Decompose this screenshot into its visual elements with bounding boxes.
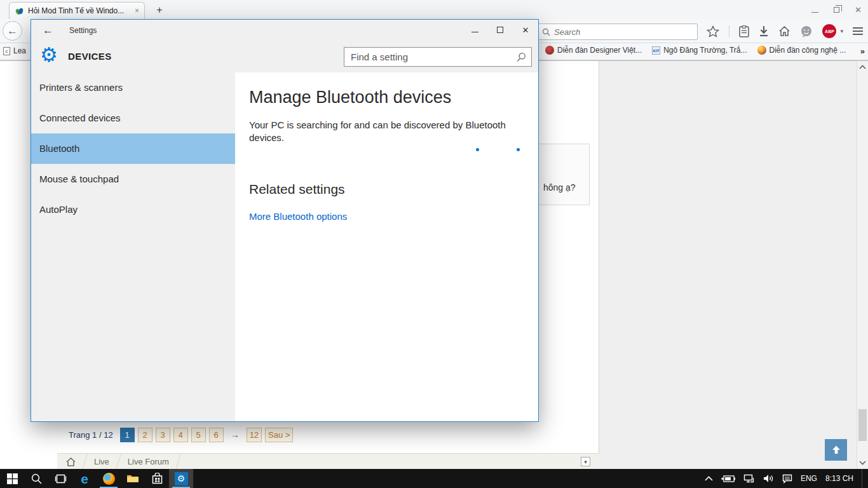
- sidebar-item-printers-scanners[interactable]: Printers & scanners: [31, 72, 235, 103]
- windows-store-icon: [152, 473, 163, 484]
- scroll-up-icon[interactable]: [859, 65, 866, 69]
- settings-titlebar[interactable]: ← Settings ✕: [31, 20, 538, 43]
- sidebar-item-mouse-touchpad[interactable]: Mouse & touchpad: [31, 164, 235, 194]
- browser-minimize-button[interactable]: [811, 12, 818, 13]
- back-button[interactable]: ←: [3, 21, 22, 41]
- pagination-label: Trang 1 / 12: [69, 430, 113, 440]
- home-icon[interactable]: [778, 25, 790, 37]
- page-button-last[interactable]: 12: [247, 428, 262, 442]
- scroll-down-icon[interactable]: [859, 461, 866, 465]
- language-indicator[interactable]: ENG: [801, 474, 817, 483]
- pagination-gap-arrow[interactable]: →: [231, 430, 240, 440]
- settings-window: ← Settings ✕ ⚙ DEVICES Printers & scanne…: [31, 19, 539, 422]
- search-input[interactable]: [554, 25, 694, 39]
- taskbar: e ⚙: [0, 469, 868, 488]
- downloads-icon[interactable]: [759, 25, 769, 37]
- abp-dropdown-caret[interactable]: ▾: [840, 28, 843, 34]
- settings-window-title: Settings: [69, 26, 97, 35]
- page-button[interactable]: 5: [191, 428, 206, 442]
- scroll-to-top-button[interactable]: [825, 439, 847, 461]
- volume-icon[interactable]: [763, 474, 774, 483]
- settings-main-pane: Manage Bluetooth devices Your PC is sear…: [235, 72, 538, 421]
- new-tab-button[interactable]: +: [151, 4, 168, 17]
- bookmarks-group: Diễn đàn Designer Việt... KIT Ngô Đăng T…: [545, 46, 846, 55]
- page-button[interactable]: 2: [138, 428, 153, 442]
- search-icon: [31, 473, 42, 484]
- home-icon[interactable]: [66, 458, 76, 466]
- reading-list-icon[interactable]: [739, 25, 749, 37]
- breadcrumb-tab-live[interactable]: Live: [94, 457, 109, 466]
- page-button[interactable]: 4: [173, 428, 188, 442]
- settings-window-controls: ✕: [462, 20, 538, 40]
- bookmark-item[interactable]: Diễn đàn Designer Việt...: [545, 46, 642, 55]
- breadcrumb-tab-live-forum[interactable]: Live Forum: [128, 457, 169, 466]
- bookmark-item[interactable]: Diễn đàn công nghệ ...: [757, 46, 846, 55]
- settings-close-button[interactable]: ✕: [513, 20, 538, 40]
- battery-charging-icon[interactable]: [721, 475, 735, 483]
- bookmark-label: Diễn đàn Designer Việt...: [557, 46, 642, 55]
- settings-page-title: DEVICES: [68, 51, 112, 62]
- browser-toolbar-icons: ABP ▾: [707, 22, 863, 40]
- start-button[interactable]: [0, 469, 24, 488]
- page-button[interactable]: 6: [209, 428, 224, 442]
- search-icon: [517, 52, 526, 62]
- sidebar-item-connected-devices[interactable]: Connected devices: [31, 103, 235, 133]
- taskbar-search-button[interactable]: [24, 469, 48, 488]
- clock[interactable]: 8:13 CH: [825, 474, 853, 483]
- adblock-plus-icon[interactable]: ABP: [822, 24, 836, 38]
- browser-tab[interactable]: Hỏi Mod Tinh Tế về Windo... ×: [9, 2, 145, 19]
- settings-maximize-button[interactable]: [487, 20, 513, 40]
- sidebar-item-bluetooth[interactable]: Bluetooth: [31, 133, 235, 164]
- taskbar-edge-button[interactable]: e: [72, 469, 97, 488]
- collapse-toggle[interactable]: ▾: [581, 457, 590, 466]
- bookmark-star-icon[interactable]: [707, 25, 719, 37]
- browser-search-box[interactable]: [537, 24, 698, 40]
- page-scrollbar[interactable]: [857, 61, 868, 469]
- bluetooth-status-text: Your PC is searching for and can be disc…: [249, 119, 511, 145]
- task-view-icon: [55, 474, 67, 484]
- find-a-setting-box[interactable]: [344, 47, 532, 67]
- network-icon[interactable]: [743, 474, 755, 483]
- scrollbar-thumb[interactable]: [858, 409, 867, 441]
- bookmark-favicon: c: [3, 47, 10, 55]
- pagination: Trang 1 / 12 1 2 3 4 5 6 → 12 Sau >: [57, 425, 599, 444]
- taskbar-store-button[interactable]: [145, 469, 169, 488]
- taskbar-explorer-button[interactable]: [121, 469, 145, 488]
- breadcrumb-separator: [82, 454, 88, 470]
- search-icon: [542, 28, 550, 36]
- show-desktop-button[interactable]: [862, 469, 864, 488]
- page-button-current[interactable]: 1: [120, 428, 135, 442]
- progress-dot: [476, 148, 479, 151]
- browser-tabstrip: Hỏi Mod Tinh Tế về Windo... × + ✕: [0, 0, 868, 19]
- tray-expand-chevron-icon[interactable]: [705, 476, 713, 481]
- taskbar-settings-button[interactable]: ⚙: [169, 469, 193, 488]
- settings-minimize-button[interactable]: [462, 20, 487, 40]
- page-button[interactable]: 3: [156, 428, 170, 442]
- more-bluetooth-options-link[interactable]: More Bluetooth options: [249, 211, 347, 222]
- browser-restore-button[interactable]: [834, 7, 839, 13]
- task-view-button[interactable]: [48, 469, 72, 488]
- bookmark-favicon: [545, 46, 554, 55]
- bookmark-item[interactable]: KIT Ngô Đăng Trường, Trắ...: [652, 46, 747, 55]
- menu-icon[interactable]: [853, 27, 863, 35]
- next-page-button[interactable]: Sau >: [265, 428, 293, 442]
- find-a-setting-input[interactable]: [351, 49, 510, 65]
- tab-title: Hỏi Mod Tinh Tế về Windo...: [28, 6, 131, 15]
- edge-icon: e: [81, 472, 88, 485]
- sidebar-item-autoplay[interactable]: AutoPlay: [31, 194, 235, 225]
- tab-close-icon[interactable]: ×: [135, 6, 139, 15]
- taskbar-firefox-button[interactable]: [97, 469, 121, 488]
- progress-dot: [517, 148, 520, 151]
- breadcrumb-separator: [175, 454, 181, 470]
- bookmark-item[interactable]: c Lea: [3, 46, 26, 55]
- file-explorer-icon: [126, 473, 139, 484]
- settings-back-button[interactable]: ←: [43, 24, 53, 37]
- breadcrumb: Live Live Forum ▾: [57, 453, 599, 470]
- messenger-icon[interactable]: [800, 25, 813, 37]
- settings-app-icon: ⚙: [175, 472, 188, 485]
- toolbar-separator: [729, 25, 729, 37]
- action-center-icon[interactable]: [782, 474, 792, 484]
- browser-close-button[interactable]: ✕: [855, 6, 862, 14]
- windows-logo-icon: [7, 473, 18, 484]
- bookmarks-overflow-chevron[interactable]: »: [860, 46, 865, 56]
